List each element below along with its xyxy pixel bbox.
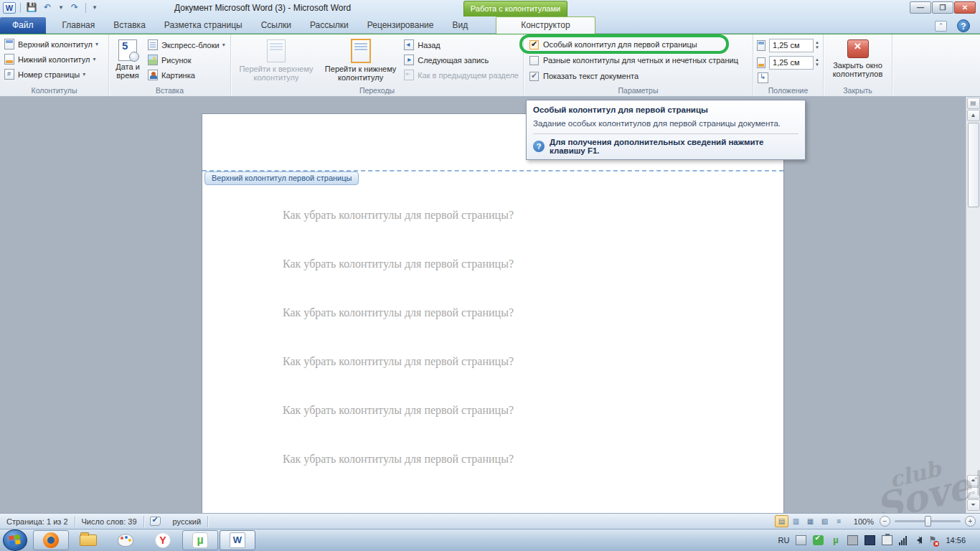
scroll-up-arrow[interactable]: ▲ <box>967 110 980 121</box>
taskbar-word-button[interactable] <box>220 530 255 550</box>
page-number-icon <box>4 69 14 80</box>
clipboard-tray-icon[interactable] <box>882 535 892 545</box>
scrollbar-thumb[interactable] <box>968 123 979 207</box>
firefox-icon <box>43 532 59 548</box>
help-icon: ? <box>533 141 545 152</box>
divider <box>143 516 144 527</box>
close-header-footer-button[interactable]: Закрыть окно колонтитулов <box>825 37 890 80</box>
network-signal-icon[interactable] <box>899 536 907 545</box>
clipart-button[interactable]: Картинка <box>145 67 228 83</box>
word-count[interactable]: Число слов: 39 <box>75 517 143 526</box>
print-layout-view-button[interactable]: ▤ <box>775 515 788 527</box>
taskbar-utorrent-button[interactable]: µ <box>182 530 218 550</box>
utorrent-tray-icon[interactable]: µ <box>830 535 841 545</box>
document-text-line[interactable]: Как убрать колонтитулы для первой страни… <box>283 453 514 466</box>
spinner-arrows[interactable]: ▲▼ <box>815 40 819 50</box>
taskbar-paint-button[interactable] <box>108 530 143 550</box>
save-button[interactable]: 💾 <box>25 2 38 14</box>
taskbar-explorer-button[interactable] <box>70 530 106 550</box>
antivirus-tray-icon[interactable] <box>813 535 824 545</box>
language-indicator[interactable]: русский <box>166 517 207 526</box>
start-button[interactable] <box>3 529 27 551</box>
divider <box>207 516 208 527</box>
taskbar-yandex-button[interactable]: Y <box>145 530 181 550</box>
footer-from-bottom-icon <box>757 57 765 68</box>
word-icon <box>230 532 245 548</box>
tab-mailings[interactable]: Рассылки <box>301 17 358 34</box>
zoom-slider-thumb[interactable] <box>925 516 931 527</box>
tab-view[interactable]: Вид <box>443 17 477 34</box>
goto-header-button[interactable]: Перейти к верхнему колонтитулу <box>232 37 320 85</box>
zoom-level[interactable]: 100% <box>854 517 874 526</box>
document-text-line[interactable]: Как убрать колонтитулы для первой страни… <box>283 306 514 319</box>
minimize-button[interactable]: — <box>910 1 931 14</box>
outline-view-button[interactable]: ▧ <box>818 515 831 527</box>
different-odd-even-checkbox[interactable]: Разные колонтитулы для четных и нечетных… <box>525 52 751 68</box>
group-label: Закрыть <box>824 86 892 95</box>
system-tray: RU µ 14:56 <box>778 535 980 545</box>
ruler-toggle-button[interactable]: ▤ <box>967 98 980 109</box>
word-app-icon[interactable]: W <box>3 2 16 14</box>
tab-insert[interactable]: Вставка <box>104 17 155 34</box>
previous-button[interactable]: Назад <box>401 37 522 52</box>
tab-references[interactable]: Ссылки <box>252 17 301 34</box>
quick-parts-button[interactable]: Экспресс-блоки▾ <box>145 37 228 52</box>
chevron-down-icon: ▾ <box>93 56 95 62</box>
display2-tray-icon[interactable] <box>864 535 875 545</box>
quick-access-toolbar: W 💾 ↶ ▾ ↷ ▾ <box>3 2 99 14</box>
fullscreen-reading-view-button[interactable]: ▥ <box>789 515 803 527</box>
word-window: W 💾 ↶ ▾ ↷ ▾ Документ Microsoft Word (3) … <box>0 0 980 551</box>
action-center-flag-icon[interactable] <box>928 536 936 545</box>
group-header-footer: Верхний колонтитул▾ Нижний колонтитул▾ Н… <box>0 34 109 96</box>
undo-dropdown[interactable]: ▾ <box>57 2 65 14</box>
insert-alignment-tab-button[interactable] <box>758 72 768 83</box>
footer-icon <box>4 54 14 65</box>
footer-from-bottom-input[interactable] <box>769 56 814 70</box>
clock[interactable]: 14:56 <box>943 536 973 545</box>
tab-design-active[interactable]: Конструктор <box>496 17 595 34</box>
footer-button[interactable]: Нижний колонтитул▾ <box>1 52 107 67</box>
volume-icon[interactable] <box>913 537 922 544</box>
group-label: Переходы <box>231 86 523 95</box>
header-from-top-input[interactable] <box>769 39 814 52</box>
minimize-ribbon-button[interactable]: ⌃ <box>935 21 947 32</box>
restore-button[interactable]: ❐ <box>932 1 953 14</box>
ribbon: Верхний колонтитул▾ Нижний колонтитул▾ Н… <box>0 34 980 97</box>
tab-page-layout[interactable]: Разметка страницы <box>155 17 252 34</box>
link-to-previous-button[interactable]: Как в предыдущем разделе <box>401 67 522 83</box>
tablet-settings-tray-icon[interactable] <box>796 535 806 545</box>
page-number-button[interactable]: Номер страницы▾ <box>1 67 107 82</box>
document-page[interactable]: Верхний колонтитул первой страницы Как у… <box>202 113 784 513</box>
header-button[interactable]: Верхний колонтитул▾ <box>1 37 107 52</box>
draft-view-button[interactable]: ≡ <box>832 515 846 527</box>
tab-file[interactable]: Файл <box>0 17 46 34</box>
document-text-line[interactable]: Как убрать колонтитулы для первой страни… <box>283 355 514 368</box>
display-tray-icon[interactable] <box>847 535 858 545</box>
zoom-slider[interactable] <box>895 520 961 522</box>
spinner-arrows[interactable]: ▲▼ <box>815 57 819 67</box>
goto-footer-button[interactable]: Перейти к нижнему колонтитулу <box>320 37 401 85</box>
language-switcher[interactable]: RU <box>778 536 790 545</box>
picture-button[interactable]: Рисунок <box>145 52 228 67</box>
document-text-line[interactable]: Как убрать колонтитулы для первой страни… <box>283 404 514 417</box>
next-record-icon <box>404 55 414 65</box>
document-text-line[interactable]: Как убрать колонтитулы для первой страни… <box>283 209 514 222</box>
close-button[interactable]: ✕ <box>954 1 976 14</box>
web-layout-view-button[interactable]: ▦ <box>804 515 817 527</box>
customize-qat-dropdown[interactable]: ▾ <box>90 2 99 14</box>
spellcheck-icon[interactable] <box>150 517 161 526</box>
zoom-out-button[interactable]: − <box>880 516 890 527</box>
taskbar-firefox-button[interactable] <box>33 530 69 550</box>
tab-home[interactable]: Главная <box>53 17 105 34</box>
zoom-in-button[interactable]: + <box>965 516 976 527</box>
redo-button[interactable]: ↷ <box>68 2 81 14</box>
next-button[interactable]: Следующая запись <box>401 52 522 67</box>
tab-review[interactable]: Рецензирование <box>358 17 443 34</box>
document-text-line[interactable]: Как убрать колонтитулы для первой страни… <box>283 258 514 270</box>
undo-button[interactable]: ↶ <box>41 2 54 14</box>
page-indicator[interactable]: Страница: 1 из 2 <box>0 517 75 526</box>
chevron-down-icon: ▾ <box>95 41 98 47</box>
date-time-button[interactable]: Дата и время <box>110 37 145 85</box>
show-document-text-checkbox[interactable]: Показать текст документа <box>525 68 751 84</box>
help-icon[interactable]: ? <box>957 19 970 32</box>
